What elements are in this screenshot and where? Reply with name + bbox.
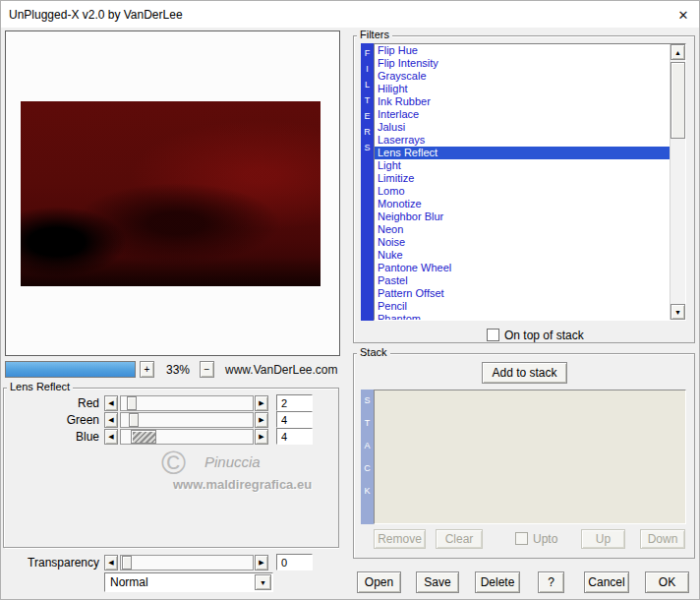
scroll-up-icon[interactable]: ▲ (671, 44, 685, 60)
list-item[interactable]: Limitize (375, 172, 670, 185)
progress-bar (5, 361, 136, 378)
list-item[interactable]: Neon (375, 223, 670, 236)
transparency-slider-track[interactable] (120, 555, 254, 570)
zoom-value: 33% (157, 363, 199, 377)
list-item[interactable]: Flip Hue (375, 44, 670, 57)
list-item[interactable]: Monotize (375, 198, 670, 210)
green-left-arrow-icon[interactable]: ◀ (104, 412, 118, 428)
clear-button[interactable]: Clear (436, 529, 483, 549)
list-item[interactable]: Laserrays (375, 134, 670, 147)
green-slider-thumb[interactable] (129, 413, 139, 427)
green-right-arrow-icon[interactable]: ▶ (255, 412, 268, 428)
red-slider-track[interactable] (120, 395, 254, 411)
list-item[interactable]: Hilight (375, 83, 670, 95)
list-item[interactable]: Pencil (375, 300, 670, 313)
blue-value-field[interactable] (276, 428, 313, 445)
red-value-field[interactable] (276, 394, 313, 411)
stack-side-label: STACK (363, 395, 373, 524)
add-to-stack-button[interactable]: Add to stack (482, 362, 567, 384)
stack-group-label: Stack (357, 346, 390, 358)
list-item[interactable]: Noise (375, 236, 670, 249)
down-button[interactable]: Down (640, 529, 685, 549)
filters-side-bar: FILTERS (361, 43, 374, 321)
red-slider-thumb[interactable] (127, 396, 137, 410)
transparency-value-field[interactable] (276, 554, 313, 570)
preview-image (21, 101, 321, 286)
list-item[interactable]: Pantone Wheel (375, 262, 670, 274)
blue-right-arrow-icon[interactable]: ▶ (255, 429, 268, 445)
up-button[interactable]: Up (581, 529, 625, 549)
list-item[interactable]: Light (375, 159, 670, 172)
blend-mode-select[interactable]: Normal ▼ (104, 572, 273, 592)
plugin-dialog: UnPlugged-X v2.0 by VanDerLee ✕ + 33% − … (0, 0, 700, 600)
zoom-in-button[interactable]: + (140, 361, 154, 378)
open-button[interactable]: Open (357, 571, 401, 593)
blue-slider-label: Blue (29, 430, 99, 444)
ok-button[interactable]: OK (645, 571, 689, 593)
filters-scrollbar[interactable]: ▲ ▼ (670, 44, 685, 320)
blend-mode-value: Normal (105, 575, 255, 589)
red-left-arrow-icon[interactable]: ◀ (104, 395, 118, 411)
chevron-down-icon[interactable]: ▼ (255, 574, 271, 590)
separator-line (5, 547, 339, 549)
list-item[interactable]: Pattern Offset (375, 287, 670, 300)
stack-side-bar: STACK (361, 390, 374, 524)
transparency-right-arrow-icon[interactable]: ▶ (255, 555, 268, 570)
transparency-slider-thumb[interactable] (122, 556, 132, 570)
list-item-selected[interactable]: Lens Reflect (375, 147, 670, 159)
list-item[interactable]: Jalusi (375, 121, 670, 134)
list-item[interactable]: Interlace (375, 108, 670, 121)
help-button[interactable]: ? (538, 571, 564, 593)
list-item[interactable]: Phantom (375, 313, 670, 320)
save-button[interactable]: Save (416, 571, 459, 593)
remove-button[interactable]: Remove (374, 529, 426, 549)
title-bar: UnPlugged-X v2.0 by VanDerLee (1, 1, 699, 28)
filters-list: Flip Hue Flip Intensity Grayscale Hiligh… (375, 44, 670, 320)
transparency-label: Transparency (11, 556, 99, 570)
zoom-out-button[interactable]: − (200, 361, 214, 378)
blue-slider-thumb[interactable] (131, 430, 156, 444)
scroll-down-icon[interactable]: ▼ (671, 304, 685, 320)
red-right-arrow-icon[interactable]: ▶ (255, 395, 268, 411)
on-top-checkbox-label: On top of stack (504, 329, 584, 342)
cancel-button[interactable]: Cancel (584, 571, 629, 593)
list-item[interactable]: Pastel (375, 274, 670, 287)
list-item[interactable]: Ink Rubber (375, 95, 670, 108)
lens-reflect-group-label: Lens Reflect (7, 381, 73, 392)
filters-group-label: Filters (357, 29, 392, 40)
red-slider-label: Red (29, 396, 99, 410)
upto-checkbox-label: Upto (533, 532, 557, 546)
vendor-website: www.VanDerLee.com (225, 363, 338, 377)
close-icon[interactable]: ✕ (674, 6, 692, 24)
list-item[interactable]: Grayscale (375, 70, 670, 83)
green-slider-track[interactable] (120, 412, 254, 428)
list-item[interactable]: Neighbor Blur (375, 210, 670, 223)
delete-button[interactable]: Delete (475, 571, 520, 593)
stack-list[interactable] (374, 390, 686, 524)
blue-slider-track[interactable] (120, 429, 254, 445)
list-item[interactable]: Lomo (375, 185, 670, 198)
upto-checkbox[interactable] (515, 532, 528, 545)
blue-left-arrow-icon[interactable]: ◀ (104, 429, 118, 445)
filters-listbox: Flip Hue Flip Intensity Grayscale Hiligh… (374, 43, 686, 321)
transparency-left-arrow-icon[interactable]: ◀ (104, 555, 118, 570)
filters-side-label: FILTERS (363, 48, 373, 321)
green-value-field[interactable] (276, 411, 313, 428)
list-item[interactable]: Flip Intensity (375, 57, 670, 70)
list-item[interactable]: Nuke (375, 249, 670, 262)
on-top-checkbox[interactable] (487, 329, 499, 341)
window-title: UnPlugged-X v2.0 by VanDerLee (9, 8, 183, 22)
scrollbar-thumb[interactable] (671, 62, 685, 139)
green-slider-label: Green (29, 413, 99, 427)
